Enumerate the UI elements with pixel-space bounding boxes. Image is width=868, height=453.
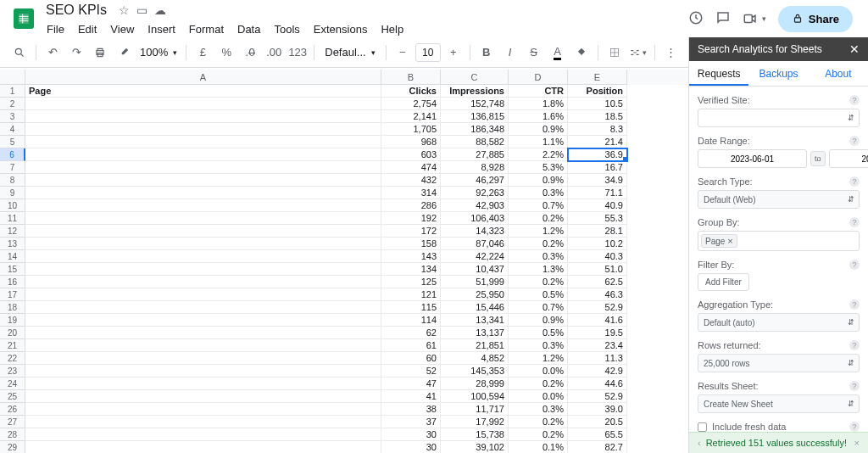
- row-header[interactable]: 3: [0, 110, 25, 123]
- cell[interactable]: 20.5: [568, 416, 627, 428]
- cell[interactable]: 55.3: [568, 212, 627, 225]
- cell[interactable]: 1.2%: [509, 352, 568, 365]
- sidebar-tab-about[interactable]: About: [809, 61, 868, 86]
- cell[interactable]: [25, 403, 381, 416]
- cell[interactable]: 52.9: [568, 301, 627, 314]
- cell[interactable]: [25, 123, 381, 136]
- cell[interactable]: 5.3%: [509, 161, 568, 174]
- cell[interactable]: [25, 416, 381, 428]
- cell[interactable]: 192: [381, 212, 441, 225]
- cell[interactable]: 15,738: [441, 428, 509, 441]
- help-icon[interactable]: ?: [849, 340, 860, 350]
- row-header[interactable]: 18: [0, 301, 25, 314]
- cell[interactable]: 92,263: [441, 187, 509, 199]
- row-header[interactable]: 15: [0, 263, 25, 276]
- font-size-input[interactable]: 10: [415, 43, 441, 62]
- header-cell[interactable]: CTR: [509, 85, 568, 98]
- font-select[interactable]: Defaul...▾: [320, 46, 380, 59]
- cell[interactable]: 46.3: [568, 288, 627, 301]
- comment-icon[interactable]: [715, 10, 731, 28]
- share-button[interactable]: Share: [778, 6, 853, 32]
- verified-site-select[interactable]: [698, 109, 860, 127]
- cell[interactable]: 51.0: [568, 263, 627, 276]
- cell[interactable]: 36.9: [568, 148, 627, 161]
- col-header-A[interactable]: A: [25, 70, 381, 85]
- cell[interactable]: 158: [381, 238, 441, 250]
- cell[interactable]: 0.3%: [509, 187, 568, 199]
- search-type-select[interactable]: Default (Web): [698, 190, 860, 209]
- cell[interactable]: 1.8%: [509, 98, 568, 110]
- percent-icon[interactable]: %: [215, 42, 237, 64]
- cell[interactable]: 0.3%: [509, 250, 568, 263]
- row-header[interactable]: 5: [0, 136, 25, 148]
- row-header[interactable]: 25: [0, 390, 25, 403]
- cell[interactable]: 152,748: [441, 98, 509, 110]
- cell[interactable]: 39,102: [441, 441, 509, 453]
- cell[interactable]: 28,999: [441, 378, 509, 390]
- date-to-input[interactable]: [829, 149, 868, 168]
- cell[interactable]: 27,885: [441, 148, 509, 161]
- cell[interactable]: [25, 378, 381, 390]
- cell[interactable]: 46,297: [441, 174, 509, 187]
- cell[interactable]: [25, 390, 381, 403]
- help-icon[interactable]: ?: [849, 95, 860, 105]
- cell[interactable]: 2,754: [381, 98, 441, 110]
- bold-icon[interactable]: B: [476, 42, 498, 64]
- cell[interactable]: 0.1%: [509, 441, 568, 453]
- cell[interactable]: 314: [381, 187, 441, 199]
- redo-icon[interactable]: ↷: [65, 42, 87, 64]
- cell[interactable]: 23.4: [568, 339, 627, 352]
- increase-font-icon[interactable]: +: [442, 42, 465, 64]
- row-header[interactable]: 22: [0, 352, 25, 365]
- cloud-status-icon[interactable]: ☁: [154, 3, 166, 17]
- cell[interactable]: [25, 327, 381, 339]
- cell[interactable]: 61: [381, 339, 441, 352]
- cell[interactable]: 10.5: [568, 98, 627, 110]
- cell[interactable]: [25, 365, 381, 378]
- cell[interactable]: 21.4: [568, 136, 627, 148]
- menu-data[interactable]: Data: [231, 21, 266, 37]
- currency-icon[interactable]: £: [192, 42, 214, 64]
- cell[interactable]: 0.5%: [509, 288, 568, 301]
- cell[interactable]: 186,348: [441, 123, 509, 136]
- row-header[interactable]: 11: [0, 212, 25, 225]
- help-icon[interactable]: ?: [849, 381, 860, 391]
- cell[interactable]: 968: [381, 136, 441, 148]
- header-cell[interactable]: Position: [568, 85, 627, 98]
- cell[interactable]: 474: [381, 161, 441, 174]
- cell[interactable]: 121: [381, 288, 441, 301]
- cell[interactable]: 15,446: [441, 301, 509, 314]
- row-header[interactable]: 16: [0, 276, 25, 288]
- star-icon[interactable]: ☆: [119, 3, 130, 17]
- undo-icon[interactable]: ↶: [42, 42, 64, 64]
- cell[interactable]: 87,046: [441, 238, 509, 250]
- cell[interactable]: 1.2%: [509, 225, 568, 238]
- cell[interactable]: 39.0: [568, 403, 627, 416]
- cell[interactable]: [25, 428, 381, 441]
- cell[interactable]: [25, 174, 381, 187]
- row-header[interactable]: 26: [0, 403, 25, 416]
- print-icon[interactable]: [89, 42, 111, 64]
- chip-remove-icon[interactable]: ×: [727, 236, 732, 246]
- cell[interactable]: 1.1%: [509, 136, 568, 148]
- help-icon[interactable]: ?: [849, 136, 860, 146]
- cell[interactable]: 286: [381, 199, 441, 212]
- italic-icon[interactable]: I: [499, 42, 521, 64]
- cell[interactable]: 1.6%: [509, 110, 568, 123]
- row-header[interactable]: 23: [0, 365, 25, 378]
- row-header[interactable]: 8: [0, 174, 25, 187]
- cell[interactable]: [25, 212, 381, 225]
- cell[interactable]: 2.2%: [509, 148, 568, 161]
- cell[interactable]: 34.9: [568, 174, 627, 187]
- cell[interactable]: 16.7: [568, 161, 627, 174]
- cell[interactable]: 30: [381, 441, 441, 453]
- results-sheet-select[interactable]: Create New Sheet: [698, 394, 860, 413]
- help-icon[interactable]: ?: [849, 260, 860, 270]
- cell[interactable]: 13,341: [441, 314, 509, 327]
- cell[interactable]: 0.3%: [509, 339, 568, 352]
- cell[interactable]: [25, 199, 381, 212]
- cell[interactable]: 28.1: [568, 225, 627, 238]
- cell[interactable]: [25, 301, 381, 314]
- cell[interactable]: 136,815: [441, 110, 509, 123]
- increase-decimal-icon[interactable]: .00: [263, 42, 285, 64]
